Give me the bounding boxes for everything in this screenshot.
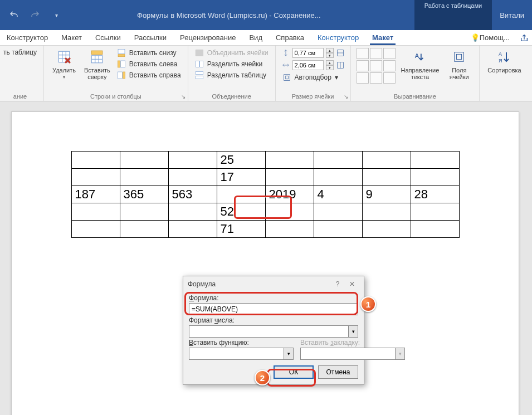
svg-rect-12 — [118, 49, 125, 53]
svg-text:A: A — [499, 51, 502, 57]
func-label: Вставить функцию: — [189, 339, 294, 346]
height-down[interactable]: ▾ — [326, 53, 334, 58]
tab-rassylki[interactable]: Рассылки — [128, 30, 173, 45]
tab-table-konstruktor[interactable]: Конструктор — [311, 30, 365, 45]
format-label: Формат числа: — [189, 316, 358, 324]
tab-table-maket[interactable]: Макет — [365, 30, 400, 45]
tab-help[interactable]: 💡 Помощ... — [464, 30, 516, 45]
autofit-icon — [282, 73, 291, 82]
draw-table-button[interactable]: ть таблицу — [2, 48, 38, 57]
row-height[interactable]: ▴▾ — [281, 48, 345, 58]
format-combo[interactable]: ▾ — [189, 325, 358, 338]
dialog-titlebar[interactable]: Формула ? ✕ — [183, 276, 364, 292]
table-tools-context: Работа с таблицами — [414, 0, 492, 30]
quick-access-toolbar: ▾ — [0, 7, 70, 23]
align-mr[interactable] — [383, 60, 396, 71]
annotation-badge-2: 2 — [255, 370, 270, 385]
chevron-down-icon[interactable]: ▾ — [284, 348, 294, 360]
width-down[interactable]: ▾ — [326, 65, 334, 70]
close-icon[interactable]: ✕ — [345, 280, 359, 288]
svg-text:A: A — [415, 52, 419, 59]
insert-above-button[interactable]: Вставить сверху — [82, 48, 113, 81]
autofit-button[interactable]: Автоподбор ▾ — [281, 72, 345, 82]
document-table[interactable]: 25 17 18736556320194928 52 71 — [71, 151, 460, 238]
insert-right-button[interactable]: Вставить справа — [116, 70, 182, 80]
align-tl[interactable] — [357, 48, 369, 59]
cancel-button[interactable]: Отмена — [318, 365, 358, 379]
align-ml[interactable] — [357, 60, 369, 71]
distribute-rows-icon[interactable] — [336, 48, 345, 57]
align-tc[interactable] — [370, 48, 382, 59]
svg-rect-22 — [196, 76, 203, 79]
tab-vid[interactable]: Вид — [242, 30, 269, 45]
sort-button[interactable]: AЯ Сортировка — [485, 48, 523, 75]
formula-label: Формула: — [189, 294, 358, 302]
svg-rect-13 — [118, 55, 125, 57]
svg-rect-18 — [196, 50, 203, 56]
rows-launcher-icon[interactable]: ↘ — [181, 94, 186, 100]
svg-rect-21 — [196, 71, 203, 74]
col-width[interactable]: ▴▾ — [281, 60, 345, 70]
size-launcher-icon[interactable]: ↘ — [344, 94, 348, 100]
svg-rect-20 — [199, 61, 203, 67]
svg-rect-15 — [118, 61, 120, 67]
function-input[interactable] — [189, 348, 284, 360]
svg-rect-17 — [123, 72, 125, 79]
help-icon[interactable]: ? — [330, 280, 345, 288]
split-table-icon — [195, 71, 204, 80]
split-table-button[interactable]: Разделить таблицу — [194, 70, 270, 80]
format-input[interactable] — [189, 325, 348, 338]
width-up[interactable]: ▴ — [326, 60, 334, 65]
text-direction-button[interactable]: A Направление текста — [399, 48, 442, 81]
delete-button[interactable]: Удалить▾ — [50, 48, 79, 81]
split-cells-button[interactable]: Разделить ячейки — [194, 59, 270, 69]
tab-konstruktor[interactable]: Конструктор — [0, 30, 55, 45]
width-icon — [281, 61, 290, 70]
document-title: Формулы в Microsoft Word (Lumpics.ru) - … — [70, 11, 414, 19]
chevron-down-icon[interactable]: ▾ — [348, 325, 358, 338]
share-button[interactable] — [516, 30, 532, 45]
group-alignment: A Направление текста Поля ячейки Выравни… — [351, 46, 480, 101]
cell-margins-icon — [451, 49, 467, 65]
table-row: 71 — [71, 221, 459, 238]
annotation-badge-1: 1 — [360, 296, 376, 312]
height-up[interactable]: ▴ — [326, 48, 334, 53]
table-row: 17 — [71, 169, 459, 186]
formula-dialog: Формула ? ✕ Формула: Формат числа: ▾ Вст… — [183, 276, 364, 385]
table-row: 25 — [71, 152, 459, 169]
chevron-down-icon: ▾ — [395, 348, 405, 360]
align-mc[interactable] — [370, 60, 382, 71]
tab-maket[interactable]: Макет — [55, 30, 89, 45]
height-input[interactable] — [292, 48, 324, 58]
function-combo[interactable]: ▾ — [189, 348, 294, 360]
titlebar: ▾ Формулы в Microsoft Word (Lumpics.ru) … — [0, 0, 532, 30]
alignment-grid[interactable] — [357, 48, 396, 84]
ok-button[interactable]: ОК — [274, 365, 314, 379]
insert-left-button[interactable]: Вставить слева — [116, 59, 182, 69]
undo-icon[interactable] — [6, 7, 22, 23]
cell-margins-button[interactable]: Поля ячейки — [445, 48, 474, 81]
align-bc[interactable] — [370, 72, 382, 84]
tab-spravka[interactable]: Справка — [269, 30, 311, 45]
height-icon — [281, 48, 290, 57]
insert-below-button[interactable]: Вставить снизу — [116, 48, 182, 58]
tab-ssylki[interactable]: Ссылки — [89, 30, 128, 45]
tab-retsenz[interactable]: Рецензирование — [173, 30, 242, 45]
text-direction-icon: A — [412, 49, 428, 65]
redo-icon[interactable] — [27, 7, 43, 23]
svg-rect-11 — [92, 51, 103, 55]
group-data: AЯ Сортировка — [480, 46, 529, 101]
align-bl[interactable] — [357, 72, 369, 84]
align-br[interactable] — [383, 72, 396, 84]
width-input[interactable] — [292, 60, 324, 70]
dialog-title: Формула — [188, 280, 330, 288]
qat-customize-icon[interactable]: ▾ — [48, 7, 65, 23]
align-tr[interactable] — [383, 48, 396, 59]
formula-input[interactable] — [189, 303, 358, 315]
distribute-cols-icon[interactable] — [336, 61, 345, 70]
group-draw: ть таблицу ание — [0, 46, 44, 101]
sort-icon: AЯ — [496, 49, 512, 65]
ribbon: ть таблицу ание Удалить▾ Вставить сверху… — [0, 46, 532, 101]
merge-cells-button: Объединить ячейки — [194, 48, 270, 58]
svg-rect-27 — [284, 75, 290, 81]
